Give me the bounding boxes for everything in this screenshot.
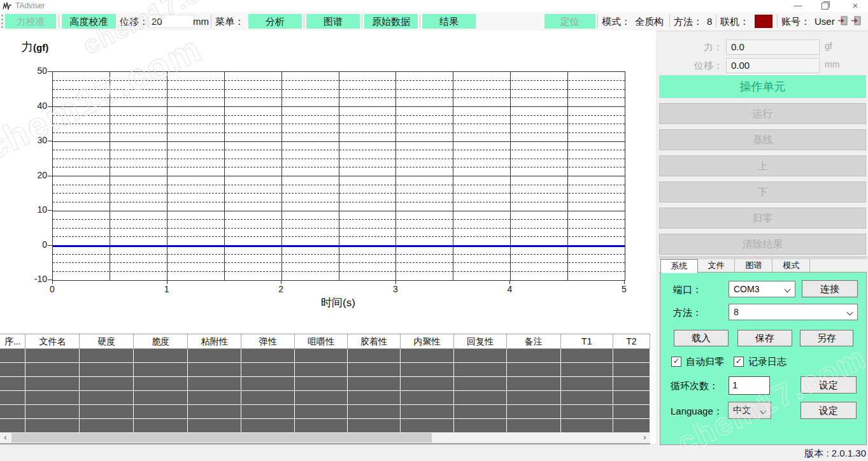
scrollbar-thumb[interactable] [11, 433, 432, 443]
menu-graph-button[interactable]: 图谱 [306, 14, 360, 29]
table-cell [0, 363, 25, 376]
plot-area [52, 71, 625, 281]
operate-unit-button[interactable]: 操作单元 [659, 75, 866, 98]
positioning-button[interactable]: 定位 [544, 14, 595, 29]
port-dropdown[interactable]: COM3 [729, 281, 795, 297]
table-cell [25, 349, 79, 362]
minimize-button[interactable]: — [787, 1, 809, 11]
table-cell [241, 419, 294, 432]
horizontal-scrollbar[interactable]: ‹ › [0, 432, 650, 444]
table-cell [348, 349, 400, 362]
tab-system[interactable]: 系统 [660, 259, 698, 273]
column-header[interactable]: T1 [561, 334, 613, 348]
table-cell [295, 419, 347, 432]
auto-zero-checkbox[interactable]: ✓ [671, 357, 681, 367]
table-cell [188, 419, 241, 432]
table-row[interactable] [0, 377, 650, 390]
force-baseline-line [53, 245, 625, 247]
method-label: 方法： [674, 16, 702, 28]
clear-results-button[interactable]: 清除结果 [659, 234, 866, 255]
language-dropdown[interactable]: 中文 [728, 402, 771, 419]
table-cell [613, 419, 650, 432]
separator [716, 15, 716, 28]
column-header[interactable]: T2 [613, 334, 650, 348]
table-row[interactable] [0, 349, 650, 362]
y-tick [48, 245, 52, 246]
tab-graph[interactable]: 图谱 [736, 259, 772, 273]
table-cell [295, 349, 347, 362]
table-cell [0, 405, 25, 418]
set-button-language[interactable]: 设定 [800, 402, 857, 419]
column-header[interactable]: 咀嚼性 [295, 334, 348, 348]
gridline-vertical [339, 72, 339, 280]
column-header[interactable]: 序... [0, 334, 25, 348]
column-header[interactable]: 脆度 [134, 334, 188, 348]
displacement-readout-unit: mm [825, 59, 839, 69]
version-text: 版本 : 2.0.1.30 [732, 448, 866, 460]
restore-icon[interactable] [822, 3, 829, 10]
save-button[interactable]: 保存 [737, 330, 792, 346]
column-header[interactable]: 内聚性 [401, 334, 454, 348]
x-tick-label: 5 [615, 284, 634, 294]
login-icon[interactable] [837, 16, 848, 25]
menu-result-button[interactable]: 结果 [422, 14, 476, 29]
method-value: 8 [707, 16, 712, 27]
y-tick-label: 0 [23, 239, 47, 250]
height-calibration-button[interactable]: 高度校准 [62, 14, 116, 29]
mode-value: 全质构 [635, 16, 664, 28]
table-row[interactable] [0, 405, 650, 418]
table-cell [80, 419, 133, 432]
run-button[interactable]: 运行 [659, 103, 866, 124]
x-tick-label: 3 [386, 284, 405, 294]
displacement-input[interactable] [148, 15, 194, 28]
table-cell [401, 419, 453, 432]
set-button-cycles[interactable]: 设定 [800, 376, 857, 394]
x-tick-label: 4 [500, 284, 519, 294]
table-cell [507, 405, 560, 418]
tab-mode[interactable]: 模式 [773, 259, 810, 273]
cycles-input[interactable]: 1 [729, 376, 770, 395]
column-header[interactable]: 文件名 [25, 334, 80, 348]
connect-button[interactable]: 连接 [802, 280, 858, 297]
table-cell [134, 363, 187, 376]
language-label: Language： [671, 406, 723, 418]
table-cell [401, 349, 453, 362]
baseline-button[interactable]: 基线 [659, 129, 866, 150]
table-cell [25, 391, 79, 404]
table-row[interactable] [0, 419, 650, 432]
table-row[interactable] [0, 363, 650, 376]
menu-rawdata-button[interactable]: 原始数据 [364, 14, 418, 29]
zero-button[interactable]: 归零 [659, 208, 866, 229]
close-button[interactable]: × [844, 1, 866, 11]
column-header[interactable]: 硬度 [80, 334, 134, 348]
column-header[interactable]: 粘附性 [188, 334, 241, 348]
table-row[interactable] [0, 391, 650, 404]
gridline-vertical [453, 72, 453, 280]
separator [420, 15, 420, 28]
scroll-right-icon[interactable]: › [639, 432, 650, 443]
force-calibration-button[interactable]: 力校准 [5, 14, 56, 29]
chevron-down-icon [785, 287, 791, 293]
table-cell [401, 363, 453, 376]
column-header[interactable]: 弹性 [241, 334, 295, 348]
column-header[interactable]: 备注 [507, 334, 561, 348]
log-checkbox[interactable]: ✓ [734, 357, 744, 367]
account-label: 账号： [781, 16, 810, 28]
port-label: 端口： [673, 284, 702, 296]
up-button[interactable]: 上 [659, 155, 866, 176]
method-dropdown[interactable]: 8 [729, 304, 858, 320]
column-header[interactable]: 回复性 [454, 334, 507, 348]
logout-icon[interactable] [851, 16, 862, 25]
down-button[interactable]: 下 [659, 181, 866, 202]
table-cell [613, 363, 650, 376]
scroll-left-icon[interactable]: ‹ [0, 432, 11, 443]
load-button[interactable]: 载入 [674, 330, 729, 346]
separator [304, 15, 304, 28]
y-tick [48, 71, 52, 72]
column-header[interactable]: 胶着性 [348, 334, 401, 348]
gridline-vertical [510, 72, 511, 280]
menu-analysis-button[interactable]: 分析 [248, 14, 302, 29]
table-cell [134, 419, 187, 432]
saveas-button[interactable]: 另存 [800, 330, 853, 346]
tab-file[interactable]: 文件 [698, 259, 735, 273]
